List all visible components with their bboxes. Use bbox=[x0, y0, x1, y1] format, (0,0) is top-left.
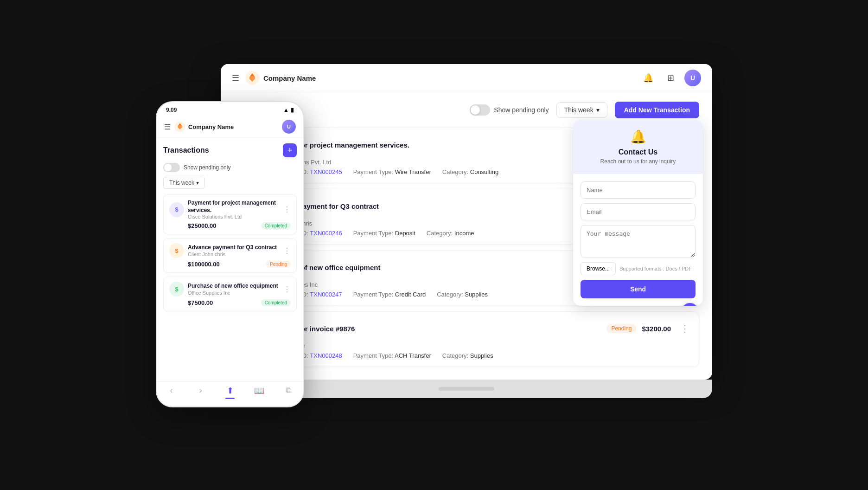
mobile-txn-amount: $25000.00 bbox=[188, 222, 216, 229]
mobile-nav-copy[interactable]: ⧉ bbox=[274, 386, 303, 399]
mobile-nav-book[interactable]: 📖 bbox=[245, 386, 274, 399]
mobile-app: 9.09 ▲ ▮ ☰ Company Name bbox=[156, 101, 304, 407]
txn-category: Category: Consulting bbox=[442, 168, 498, 175]
mobile-nav-back[interactable]: ‹ bbox=[157, 386, 186, 399]
txn-payment-type: Payment Type: Credit Card bbox=[353, 291, 426, 298]
contact-form: Browse... Supported formats : Docs / PDF… bbox=[573, 174, 703, 306]
mobile-more-icon[interactable]: ⋮ bbox=[283, 205, 291, 214]
mobile-title-row: Transactions + bbox=[163, 143, 297, 157]
pending-toggle[interactable] bbox=[470, 104, 490, 116]
mobile-txn-name: Payment for project management services. bbox=[188, 200, 280, 214]
mobile-txn-top: $ Payment for project management service… bbox=[169, 200, 291, 219]
mobile-txn-info: Purchase of new office equipment Office … bbox=[188, 283, 280, 296]
app-header: ☰ Company Name 🔔 ⊞ U bbox=[221, 64, 712, 92]
mobile-avatar[interactable]: U bbox=[282, 120, 296, 134]
mobile-txn-info: Payment for project management services.… bbox=[188, 200, 280, 219]
txn-category: Category: Supplies bbox=[437, 291, 488, 298]
mobile-txn-icon: $ bbox=[169, 243, 184, 258]
mobile-status-badge: Completed bbox=[261, 222, 291, 229]
mobile-nav-upload[interactable]: ⬆ bbox=[215, 386, 244, 399]
mobile-status-badge: Pending bbox=[266, 261, 291, 268]
contact-title: Contact Us bbox=[582, 148, 694, 156]
battery-icon: ▮ bbox=[291, 107, 294, 113]
mobile-txn-name: Advance payment for Q3 contract bbox=[188, 244, 280, 251]
contact-us-icon: 🔔 bbox=[582, 129, 694, 144]
mobile-txn-top: $ Purchase of new office equipment Offic… bbox=[169, 282, 291, 297]
laptop-notch bbox=[439, 387, 494, 391]
mobile-status-bar: 9.09 ▲ ▮ bbox=[157, 102, 303, 116]
mobile-txn-client: Cisco Solutions Pvt. Ltd bbox=[188, 214, 280, 219]
browse-hint: Supported formats : Docs / PDF bbox=[619, 266, 692, 271]
header-actions: 🔔 ⊞ U bbox=[640, 70, 701, 86]
contact-message-input[interactable] bbox=[581, 225, 696, 258]
brand-logo bbox=[245, 71, 260, 85]
mobile-txn-client: Office Supplies Inc bbox=[188, 290, 280, 296]
mobile-add-button[interactable]: + bbox=[283, 143, 297, 157]
txn-category: Category: Supplies bbox=[442, 352, 493, 359]
mobile-txn-client: Client John chris bbox=[188, 251, 280, 257]
notifications-icon[interactable]: 🔔 bbox=[640, 70, 657, 86]
mobile-txn-amount: $7500.00 bbox=[188, 299, 213, 306]
mobile-status-badge: Completed bbox=[261, 299, 291, 306]
mobile-txn-bottom: $100000.00 Pending bbox=[169, 261, 291, 268]
browse-button[interactable]: Browse... bbox=[581, 262, 616, 275]
pending-toggle-label: Show pending only bbox=[494, 106, 549, 114]
txn-amount: $3200.00 bbox=[642, 325, 671, 333]
wifi-icon: ▲ bbox=[283, 107, 289, 113]
mobile-more-icon[interactable]: ⋮ bbox=[283, 246, 291, 255]
txn-meta: Transaction ID: TXN000248 Payment Type: … bbox=[243, 352, 689, 359]
txn-payment-type: Payment Type: Deposit bbox=[353, 230, 415, 237]
contact-header: 🔔 Contact Us Reach out to us for any inq… bbox=[573, 120, 703, 174]
mobile-txn-bottom: $25000.00 Completed bbox=[169, 222, 291, 229]
week-filter-button[interactable]: This week ▾ bbox=[556, 102, 607, 118]
mobile-week-button[interactable]: This week ▾ bbox=[163, 177, 205, 189]
txn-payment-type: Payment Type: Wire Transfer bbox=[353, 168, 431, 175]
mobile-status-icons: ▲ ▮ bbox=[283, 107, 294, 113]
mobile-chevron-icon: ▾ bbox=[196, 180, 199, 186]
mobile-transaction-item: $ Advance payment for Q3 contract Client… bbox=[163, 238, 297, 273]
mobile-nav-forward[interactable]: › bbox=[186, 386, 215, 399]
mobile-brand: Company Name bbox=[174, 121, 282, 132]
hamburger-icon[interactable]: ☰ bbox=[232, 73, 239, 83]
add-transaction-button[interactable]: Add New Transaction bbox=[615, 102, 699, 118]
contact-email-input[interactable] bbox=[581, 203, 696, 220]
contact-subtitle: Reach out to us for any inquiry bbox=[582, 158, 694, 165]
txn-title: Payment for invoice #9876 bbox=[268, 325, 601, 333]
pending-toggle-row: Show pending only bbox=[470, 104, 549, 116]
more-options-icon[interactable]: ⋮ bbox=[680, 323, 689, 334]
mobile-more-icon[interactable]: ⋮ bbox=[283, 285, 291, 294]
mobile-transaction-item: $ Purchase of new office equipment Offic… bbox=[163, 277, 297, 311]
mobile-week-label: This week bbox=[169, 180, 194, 186]
txn-title: Purchase of new office equipment bbox=[268, 264, 594, 271]
mobile-txn-amount: $100000.00 bbox=[188, 261, 220, 268]
send-button[interactable]: Send bbox=[581, 280, 696, 298]
mobile-toggle-row: Show pending only bbox=[163, 163, 297, 172]
mobile-frame: 9.09 ▲ ▮ ☰ Company Name bbox=[156, 101, 304, 407]
txn-client: Delta Supplier bbox=[243, 342, 689, 349]
mobile-bottom-nav: ‹ › ⬆ 📖 ⧉ bbox=[157, 381, 303, 406]
contact-name-input[interactable] bbox=[581, 181, 696, 199]
mobile-toggle-thumb bbox=[164, 164, 172, 171]
mobile-content: Transactions + Show pending only This we… bbox=[157, 138, 303, 381]
chevron-down-icon: ▾ bbox=[596, 106, 600, 114]
mobile-brand-name: Company Name bbox=[188, 123, 234, 130]
mobile-time: 9.09 bbox=[166, 107, 177, 113]
txn-payment-type: Payment Type: ACH Transfer bbox=[353, 352, 431, 359]
mobile-txn-bottom: $7500.00 Completed bbox=[169, 299, 291, 306]
avatar[interactable]: U bbox=[684, 70, 701, 86]
mobile-txn-icon: $ bbox=[169, 282, 184, 297]
status-badge: Pending bbox=[606, 324, 636, 333]
txn-title: Advance payment for Q3 contract bbox=[268, 202, 594, 210]
mobile-hamburger-icon[interactable]: ☰ bbox=[164, 122, 171, 131]
mobile-pending-toggle[interactable] bbox=[163, 163, 180, 172]
txn-title: Payment for project management services. bbox=[268, 141, 591, 149]
mobile-txn-icon: $ bbox=[169, 202, 184, 217]
grid-icon[interactable]: ⊞ bbox=[662, 70, 679, 86]
mobile-txn-info: Advance payment for Q3 contract Client J… bbox=[188, 244, 280, 257]
contact-browse-row: Browse... Supported formats : Docs / PDF bbox=[581, 262, 696, 275]
mobile-txn-top: $ Advance payment for Q3 contract Client… bbox=[169, 243, 291, 258]
mobile-page-title: Transactions bbox=[163, 146, 283, 155]
txn-top: $ Payment for invoice #9876 Pending $320… bbox=[243, 319, 689, 338]
mobile-pending-label: Show pending only bbox=[184, 164, 230, 171]
brand: Company Name bbox=[245, 71, 640, 85]
